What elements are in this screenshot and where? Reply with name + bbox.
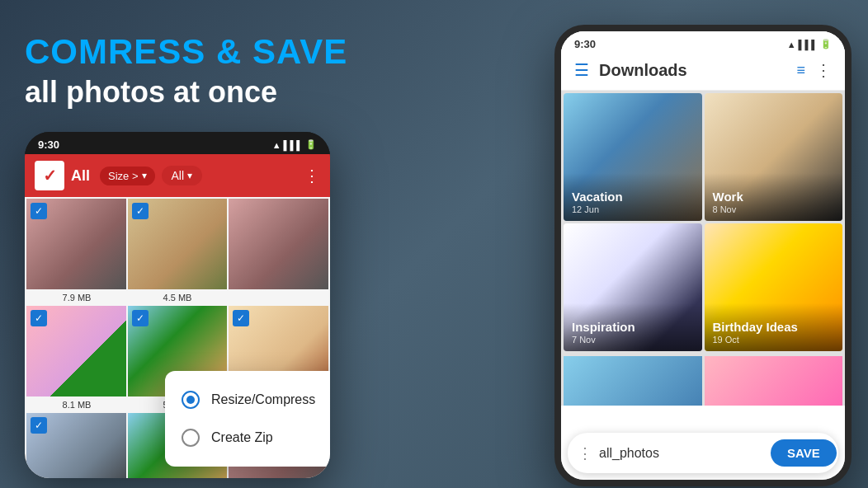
phone-right-inner: 9:30 ▲ ▌▌▌ 🔋 ☰ Downloads ≡ ⋮ Vacation 12…: [561, 31, 845, 480]
phone-left: 9:30 ▲ ▌▌▌ 🔋 ✓ All Size > ▾ All ▾ ⋮ ✓ ✓: [25, 132, 330, 478]
headline: COMRESS & SAVE: [25, 33, 371, 71]
radio-zip[interactable]: [182, 429, 200, 447]
photo-checkbox-6[interactable]: ✓: [233, 310, 249, 326]
folder-birthday-overlay: Birthday Ideas 19 Oct: [705, 303, 843, 351]
photo-size-3: [228, 291, 328, 304]
folder-grid: Vacation 12 Jun Work 8 Nov Inspiration 7…: [561, 91, 845, 354]
type-filter-dropdown[interactable]: All ▾: [162, 166, 203, 185]
chevron-down-icon: ▾: [142, 170, 147, 181]
folder-vacation-overlay: Vacation 12 Jun: [564, 173, 702, 221]
signal-icon: ▌▌▌: [284, 140, 303, 150]
type-filter-label: All: [172, 169, 185, 182]
photo-cell[interactable]: [229, 199, 328, 289]
photo-size-1: 7.9 MB: [26, 291, 127, 304]
folder-vacation[interactable]: Vacation 12 Jun: [564, 93, 702, 221]
folder-birthday[interactable]: Birthday Ideas 19 Oct: [705, 223, 843, 351]
folder-inspiration-overlay: Inspiration 7 Nov: [564, 303, 702, 351]
status-bar-left: 9:30 ▲ ▌▌▌ 🔋: [25, 132, 330, 154]
radio-inner-dot: [186, 396, 195, 404]
folder-work[interactable]: Work 8 Nov: [705, 93, 843, 221]
downloads-title: Downloads: [599, 61, 796, 80]
action-popup-menu: Resize/Compress Create Zip: [165, 371, 330, 467]
folder-birthday-date: 19 Oct: [713, 335, 835, 345]
photo-size-4: 8.1 MB: [26, 398, 127, 411]
folder-vacation-date: 12 Jun: [572, 204, 694, 214]
phone-right: 9:30 ▲ ▌▌▌ 🔋 ☰ Downloads ≡ ⋮ Vacation 12…: [554, 25, 851, 486]
battery-icon-right: 🔋: [820, 39, 832, 49]
folder-work-name: Work: [713, 190, 835, 204]
save-button[interactable]: SAVE: [771, 439, 837, 467]
folder-inspiration-date: 7 Nov: [572, 335, 694, 345]
downloads-toolbar: ☰ Downloads ≡ ⋮: [561, 54, 845, 91]
more-options-icon[interactable]: ⋮: [815, 60, 832, 80]
more-options-button[interactable]: ⋮: [304, 166, 320, 185]
resize-compress-option[interactable]: Resize/Compress: [165, 381, 330, 419]
status-bar-right: 9:30 ▲ ▌▌▌ 🔋: [561, 31, 845, 54]
photo-cell[interactable]: ✓: [128, 199, 228, 289]
photo-checkbox-1[interactable]: ✓: [31, 203, 47, 219]
checkmark-icon: ✓: [43, 166, 57, 185]
photo-checkbox-4[interactable]: ✓: [31, 310, 47, 326]
photo-cell[interactable]: ✓: [26, 413, 126, 478]
save-bar: ⋮ SAVE: [568, 433, 838, 473]
folder-extra-2[interactable]: [705, 356, 843, 406]
status-icons-right: ▲ ▌▌▌ 🔋: [787, 39, 832, 49]
time-left: 9:30: [38, 138, 59, 151]
size-filter-label: Size >: [108, 170, 139, 182]
marketing-text: COMRESS & SAVE all photos at once: [25, 33, 371, 110]
folder-inspiration-name: Inspiration: [572, 320, 694, 334]
all-label: All: [71, 167, 90, 185]
photo-size-2: 4.5 MB: [127, 291, 228, 304]
create-zip-label: Create Zip: [211, 430, 273, 445]
wifi-icon-right: ▲: [787, 40, 796, 49]
filename-input[interactable]: [599, 446, 764, 461]
folder-work-date: 8 Nov: [713, 204, 835, 214]
photo-checkbox-5[interactable]: ✓: [132, 310, 149, 326]
signal-icon-right: ▌▌▌: [799, 40, 818, 49]
selection-toolbar[interactable]: ✓ All Size > ▾ All ▾ ⋮: [25, 154, 330, 197]
battery-icon: 🔋: [305, 139, 317, 150]
subheadline: all photos at once: [25, 74, 371, 110]
photo-grid: ✓ ✓: [25, 197, 330, 291]
folder-birthday-name: Birthday Ideas: [713, 320, 835, 334]
photo-checkbox-2[interactable]: ✓: [132, 203, 149, 219]
wifi-icon: ▲: [272, 140, 281, 150]
photo-cell[interactable]: ✓: [26, 199, 126, 289]
time-right: 9:30: [574, 38, 596, 50]
create-zip-option[interactable]: Create Zip: [165, 419, 330, 457]
save-bar-icon[interactable]: ⋮: [578, 444, 592, 462]
chevron-down-icon-2: ▾: [187, 170, 192, 181]
status-icons-left: ▲ ▌▌▌ 🔋: [272, 139, 317, 150]
radio-resize[interactable]: [182, 391, 200, 409]
resize-compress-label: Resize/Compress: [211, 392, 315, 407]
folder-work-overlay: Work 8 Nov: [705, 173, 843, 221]
folder-vacation-name: Vacation: [572, 190, 694, 204]
folder-inspiration[interactable]: Inspiration 7 Nov: [564, 223, 702, 351]
select-all-checkbox[interactable]: ✓: [35, 161, 64, 190]
hamburger-menu-icon[interactable]: ☰: [574, 60, 589, 80]
photo-checkbox-7[interactable]: ✓: [31, 417, 47, 434]
photo-cell[interactable]: ✓: [26, 306, 126, 396]
list-view-icon[interactable]: ≡: [796, 62, 805, 79]
size-filter-dropdown[interactable]: Size > ▾: [100, 167, 155, 185]
folder-extra-1[interactable]: [564, 356, 702, 406]
